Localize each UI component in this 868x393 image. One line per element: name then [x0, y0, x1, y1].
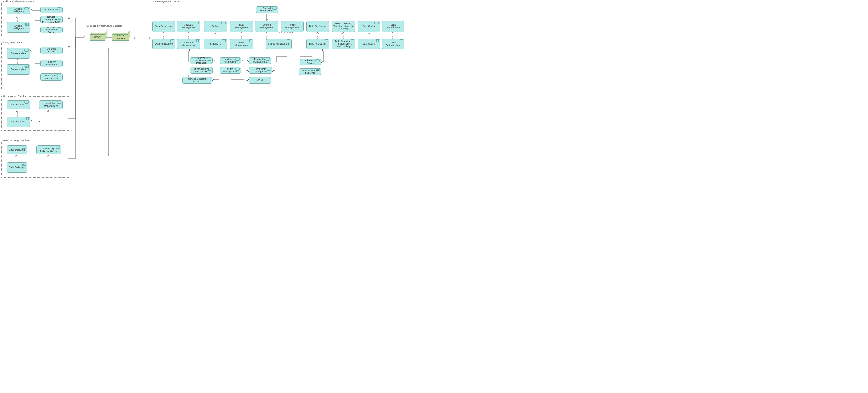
service-artificial-intelligence[interactable]: Artificial Intelligence: [6, 6, 30, 14]
service-icon: [170, 22, 174, 24]
component-orchestration[interactable]: Orchestration: [6, 117, 30, 127]
component-data-quality[interactable]: Data Quality: [358, 38, 380, 50]
service-once-only-technical-system[interactable]: Once-Only Technical System: [36, 145, 61, 154]
component-data-exchange[interactable]: Data Exchange: [6, 162, 27, 173]
component-data-virtualization[interactable]: Data Virtualization: [382, 38, 404, 50]
service-crm[interactable]: CRM: [249, 77, 271, 84]
service-content-management[interactable]: Content Management: [255, 21, 278, 32]
service-service-metadata-locator[interactable]: Service Metadata Locator: [182, 77, 212, 84]
component-icon: [222, 39, 225, 42]
service-icon: [266, 78, 270, 81]
component-icon: [171, 39, 174, 42]
service-icon: [207, 78, 211, 81]
component-icon: [325, 39, 328, 42]
service-data-exchange[interactable]: Data Exchange: [6, 145, 27, 154]
service-contact-management[interactable]: Contact Management: [256, 6, 278, 13]
service-efiles-management[interactable]: eFiles Management: [220, 67, 241, 74]
group-title: Artificial Intelligence Enablers: [3, 0, 34, 3]
service-icon: [57, 61, 61, 63]
component-data-etl[interactable]: Data Extraction, Transformation, and Loa…: [332, 38, 355, 50]
service-icon: [57, 7, 61, 10]
component-icon: [195, 39, 199, 42]
group-title: Computing Infrastructure Enablers: [86, 25, 123, 27]
component-metadata-management[interactable]: Metadata Management: [177, 38, 200, 50]
service-forms-management[interactable]: Forms Management: [281, 21, 304, 32]
component-data-management[interactable]: Data Management: [230, 38, 253, 50]
service-icon: [315, 59, 319, 62]
service-icon: [266, 58, 270, 61]
service-icon: [272, 7, 277, 10]
service-icon: [399, 22, 403, 24]
group-title: Orchestration Enablers: [3, 95, 28, 97]
component-icon: [287, 39, 290, 42]
service-icon: [57, 17, 61, 20]
service-icon: [248, 22, 252, 24]
service-icon: [324, 22, 328, 24]
service-icon: [25, 101, 29, 104]
diagram-canvas: Artificial Intelligence Enablers Artific…: [0, 0, 408, 187]
service-submission-service[interactable]: Submission Service: [300, 59, 321, 65]
service-icon: [194, 22, 199, 24]
service-icon: [25, 7, 29, 10]
component-icon: [351, 39, 354, 42]
service-ai-engine[interactable]: Artificial Intelligence Engine: [40, 27, 62, 33]
service-data-publication[interactable]: Data Publication: [306, 21, 329, 32]
component-icon: [375, 39, 379, 42]
service-icon: [57, 48, 61, 50]
service-data-management[interactable]: Data Management: [230, 21, 253, 32]
component-forms-management[interactable]: Forms Management: [266, 38, 292, 50]
service-icon: [207, 68, 211, 70]
service-archival-information-packages[interactable]: Archival Information Packages: [190, 57, 213, 64]
service-icon: [57, 74, 61, 77]
service-icon: [236, 68, 240, 70]
service-icon: [57, 101, 61, 104]
service-orchestration[interactable]: Orchestration: [6, 100, 30, 110]
service-icon: [22, 146, 26, 149]
service-icon: [298, 22, 302, 24]
service-icon: [221, 22, 225, 24]
service-data-quality[interactable]: Data Quality: [358, 21, 380, 32]
service-smart-queue-management[interactable]: Smart queue management: [40, 73, 62, 81]
component-icon: [26, 23, 29, 26]
service-nlp[interactable]: Natural-Language Processing (NLP): [40, 16, 62, 24]
component-icon: [249, 39, 252, 42]
service-data-persistence[interactable]: Data Persistence: [152, 21, 175, 32]
service-icon: [57, 27, 61, 30]
service-icon: [236, 58, 240, 61]
component-e-archiving[interactable]: e-Archiving: [204, 38, 227, 50]
service-transaction-management[interactable]: Transaction Management: [249, 57, 271, 64]
group-title: Analytics Enablers: [3, 41, 23, 44]
service-multimedia-distribution[interactable]: Multimedia distribution: [220, 57, 241, 64]
service-data-virtualization[interactable]: Data Virtualization: [382, 21, 404, 32]
service-workflow-management[interactable]: Workflow Management: [39, 100, 62, 110]
service-business-intelligence[interactable]: Business Intelligence: [40, 60, 62, 67]
service-icon: [207, 58, 211, 61]
group-title: Data Exchange Enablers: [3, 139, 30, 142]
service-icon: [350, 22, 354, 24]
component-data-publication[interactable]: Data Publication: [306, 38, 329, 50]
service-icon: [56, 146, 60, 149]
service-icon: [374, 22, 379, 24]
service-e-archiving[interactable]: e-Archiving: [204, 21, 227, 32]
service-icon: [316, 69, 320, 72]
service-data-analytics[interactable]: Data Analytics: [6, 48, 30, 59]
component-icon: [400, 39, 403, 42]
component-icon: [23, 163, 26, 165]
service-service-metadata-publisher[interactable]: Service Metadata Publisher: [299, 68, 321, 75]
service-open-data-management[interactable]: Open Data Management: [249, 67, 272, 74]
service-metadata-management[interactable]: Metadata Management: [177, 21, 200, 32]
service-big-data-analytics[interactable]: Big Data Analytics: [40, 47, 62, 54]
component-icon: [26, 65, 29, 68]
service-trusted-digital-repositories[interactable]: Trusted Digital Repositories: [190, 67, 213, 74]
component-data-persistence[interactable]: Data Persistence: [152, 38, 175, 50]
service-data-etl[interactable]: Data Extraction, Transformation and Load…: [332, 21, 355, 32]
service-machine-learning[interactable]: Machine learning: [40, 6, 62, 13]
node-server[interactable]: Server: [90, 34, 105, 41]
group-title: Data Management Enablers: [151, 0, 181, 3]
component-icon: [26, 117, 29, 120]
service-icon: [267, 68, 271, 70]
component-data-analytics[interactable]: Data Analytics: [6, 64, 30, 75]
component-artificial-intelligence[interactable]: Artificial Intelligence: [6, 22, 30, 33]
node-virtual-machine[interactable]: Virtual Machine: [112, 34, 129, 41]
service-icon: [25, 49, 29, 52]
